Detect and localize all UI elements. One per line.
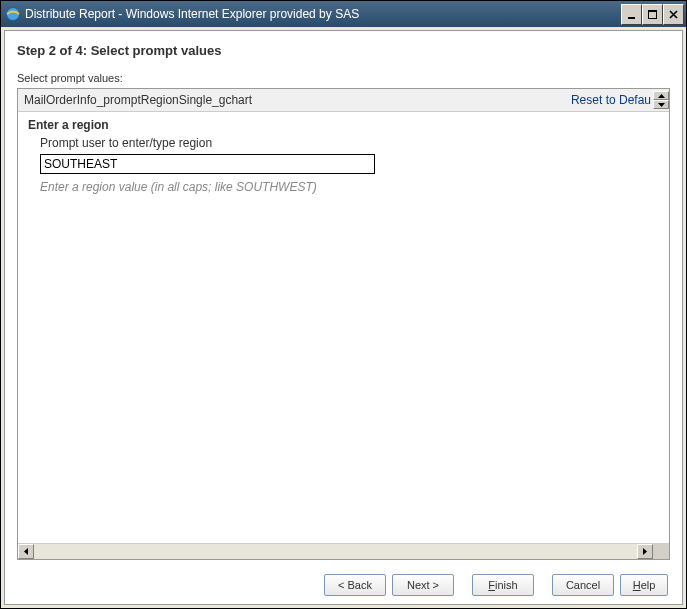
- prompt-name-label: MailOrderInfo_promptRegionSingle_gchart: [24, 93, 571, 107]
- horizontal-scrollbar: [18, 543, 669, 559]
- wizard-content: Step 2 of 4: Select prompt values Select…: [4, 30, 683, 605]
- region-hint: Enter a region value (in all caps; like …: [40, 180, 659, 194]
- window-title: Distribute Report - Windows Internet Exp…: [25, 7, 621, 21]
- svg-rect-3: [648, 10, 657, 12]
- wizard-button-bar: < Back Next > Finish Cancel Help: [17, 574, 670, 596]
- app-window: Distribute Report - Windows Internet Exp…: [0, 0, 687, 609]
- finish-button[interactable]: Finish: [472, 574, 534, 596]
- close-button[interactable]: [663, 4, 684, 25]
- scroll-corner: [653, 544, 669, 559]
- ie-icon: [5, 6, 21, 22]
- region-input[interactable]: [40, 154, 375, 174]
- titlebar: Distribute Report - Windows Internet Exp…: [1, 1, 686, 27]
- step-heading: Step 2 of 4: Select prompt values: [17, 43, 670, 58]
- back-button[interactable]: < Back: [324, 574, 386, 596]
- cancel-button[interactable]: Cancel: [552, 574, 614, 596]
- prompt-body: Enter a region Prompt user to enter/type…: [18, 112, 669, 543]
- prompt-instruction: Prompt user to enter/type region: [40, 136, 659, 150]
- scroll-track[interactable]: [34, 544, 637, 559]
- prompt-panel: MailOrderInfo_promptRegionSingle_gchart …: [17, 88, 670, 560]
- minimize-button[interactable]: [621, 4, 642, 25]
- maximize-button[interactable]: [642, 4, 663, 25]
- enter-region-heading: Enter a region: [28, 118, 659, 132]
- reset-defaults-link[interactable]: Reset to Defau: [571, 93, 653, 107]
- help-button[interactable]: Help: [620, 574, 668, 596]
- scroll-right-button[interactable]: [637, 544, 653, 559]
- select-prompt-label: Select prompt values:: [17, 72, 670, 84]
- window-controls: [621, 4, 684, 25]
- scroll-left-button[interactable]: [18, 544, 34, 559]
- scroll-up-button[interactable]: [653, 91, 669, 100]
- next-button[interactable]: Next >: [392, 574, 454, 596]
- svg-rect-1: [628, 17, 635, 19]
- scroll-down-button[interactable]: [653, 100, 669, 109]
- prompt-header: MailOrderInfo_promptRegionSingle_gchart …: [18, 89, 669, 112]
- header-scroll: [653, 91, 669, 109]
